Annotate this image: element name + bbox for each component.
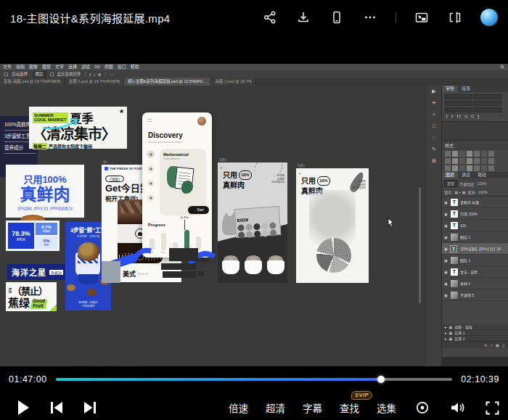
video-frame[interactable]: 文件编辑图像图层文字选择滤镜3D视图窗口帮助 自动选择: 图层 显示变换控件 ≡…: [0, 35, 508, 375]
mouse-cursor: [388, 218, 395, 228]
coffee-bubble: （领取）: [105, 176, 124, 182]
speed-button[interactable]: 倍速: [229, 400, 248, 415]
package-photo-fragment: [102, 261, 120, 283]
coffee-note: 开工价 9.9: [138, 273, 148, 276]
layer-row: ◉ T 只用 100%: [442, 208, 508, 220]
ps-tool-icon: ▶: [432, 88, 435, 94]
layer-visibility-icon: ◉: [444, 270, 448, 274]
layer-name: 真鲜肉 标题: [460, 199, 479, 205]
quality-button[interactable]: 超清: [266, 400, 285, 415]
layer-thumbnail: [451, 292, 458, 299]
show-transform-label: 显示变换控件: [57, 71, 81, 77]
stat-b: 5%鸡肝: [36, 236, 57, 249]
blue-arc-stroke: [131, 245, 153, 264]
ps-menu-item: 视图: [105, 64, 113, 70]
poster-app-mockup: ∷ Discovery Choose your favourite subjec…: [142, 112, 212, 258]
layer-name: 不透明 5: [460, 292, 474, 297]
ps-menu-item: 帮助: [131, 64, 139, 70]
find-button[interactable]: 查找 SVIP: [340, 400, 359, 415]
layer-thumbnail: [451, 280, 458, 287]
share-icon[interactable]: [262, 9, 278, 25]
more-icon[interactable]: [362, 9, 378, 25]
layer-row: ◉ T 文字 · 说明: [442, 266, 508, 278]
progress-knob[interactable]: [377, 376, 385, 383]
layer-thumbnail: T: [451, 199, 458, 206]
ps-menu-item: 图像: [29, 64, 38, 70]
layer-visibility-icon: ◉: [444, 200, 448, 205]
layer-row: ◉ T 100: [442, 220, 508, 231]
player-top-bar: 18-主图设计&系列海报延展.mp4: [0, 0, 508, 35]
artboard-label: 延展1: [219, 157, 226, 162]
layer-name: 图层 1: [460, 234, 470, 239]
mask-icon: □: [490, 343, 492, 347]
style-swatch-row: [442, 165, 508, 172]
type-style-icons: TTTTTtT¹T̲: [442, 115, 508, 121]
banana-en: GoodFruit: [31, 299, 46, 308]
banana-no: NO: [8, 288, 12, 294]
layer-name: 【0%淀粉】【0%大豆】【45%优质蛋白】: [459, 246, 506, 251]
picture-in-picture-icon[interactable]: [414, 9, 430, 25]
artboard-label: 组1: [103, 160, 107, 164]
current-time: 01:47:00: [9, 374, 47, 384]
cast-screen-icon[interactable]: [447, 9, 463, 25]
layer-thumbnail: [451, 257, 458, 264]
layer-visibility-icon: ◉: [444, 235, 448, 239]
download-icon[interactable]: [295, 9, 311, 25]
poster-stats-card: 78.3%鲜鸡肉 6.7%鸭胸肉 5%鸡肝: [6, 221, 60, 251]
play-button[interactable]: [15, 399, 32, 416]
banana-line1: （禁止）: [12, 284, 47, 297]
layer-thumbnail: T: [451, 222, 458, 229]
poster-fresh-meat: 只用100% 真鲜肉 【0%淀粉】【0%大豆】【45%优质蛋白】: [6, 165, 84, 218]
total-time: 02:10:39: [461, 374, 499, 384]
panel-tab: 段落: [458, 86, 474, 92]
layers-panel-footer: fx □ ▣ ▯: [442, 342, 508, 348]
wireframe-block: [161, 263, 196, 270]
brand-square: [105, 167, 108, 170]
next-button[interactable]: [81, 399, 99, 416]
episodes-button[interactable]: 选集: [377, 400, 396, 415]
brand-name: 海洋之星: [12, 266, 46, 278]
group-name: 背景 1: [454, 330, 464, 335]
subtitles-button[interactable]: 字幕: [303, 400, 322, 415]
ps-document-tab: 组1-主图&系列海报延展.psd @ 12.5%(RGB/8#): [124, 78, 211, 86]
progress-bar[interactable]: [56, 378, 453, 381]
type-style-icon: T: [451, 115, 453, 119]
banner-subtitle: 严选帮你太阳底下偷闲: [49, 143, 92, 149]
previous-button[interactable]: [48, 399, 65, 416]
layer-group-row: ▸ ▣ 背景 2: [442, 336, 508, 342]
gray2-line1: 只用: [301, 177, 316, 185]
start-button: → Start: [188, 206, 209, 214]
layer-name: 圆形 1: [460, 258, 470, 263]
layer-name: 只用 100%: [460, 211, 478, 216]
layer-visibility-icon: ◉: [444, 212, 448, 216]
phone-icon[interactable]: [329, 9, 345, 25]
progress-fill: [56, 378, 381, 381]
banner-season: 夏季: [70, 109, 94, 126]
fullscreen-icon[interactable]: [483, 399, 501, 416]
fill-label: 填充:: [468, 189, 476, 194]
volume-icon[interactable]: [448, 399, 466, 416]
layer-group-row: ▸ ▣ 背景 1: [442, 330, 508, 336]
craft-base: [78, 274, 98, 284]
wireframe-block: [169, 248, 198, 261]
user-avatar[interactable]: [480, 9, 498, 26]
align-icons: ≡ ⊥ ≣: [89, 72, 102, 77]
ps-tool-icon: ⌗: [433, 112, 435, 117]
lock-label: 锁定:: [444, 189, 452, 194]
ps-document-tabs: 延展-海报.psd @ 16.7%(RGB/8)主图-1.psd @ 16.7%…: [0, 78, 508, 86]
type-style-icon: T: [446, 115, 448, 119]
banana-line2: 蕉绿: [8, 297, 30, 308]
panel-tab: 字符: [442, 86, 458, 92]
layer-visibility-icon: ◉: [444, 258, 448, 263]
layer-row: ◉ 图层 1: [442, 231, 508, 243]
style-swatch-row: [442, 157, 508, 165]
ps-menu-item: 文字: [55, 64, 64, 70]
fill-value: 100%: [478, 190, 488, 194]
type-style-icon: TT: [456, 115, 462, 119]
group-name: 背景 2: [454, 336, 464, 341]
type-style-icon: T̲: [478, 115, 480, 119]
settings-icon[interactable]: [414, 399, 431, 416]
panel-tab: 路径: [474, 172, 490, 178]
layer-thumbnail: T: [450, 245, 457, 252]
fresh-meat-line2: 真鲜肉: [20, 186, 70, 203]
